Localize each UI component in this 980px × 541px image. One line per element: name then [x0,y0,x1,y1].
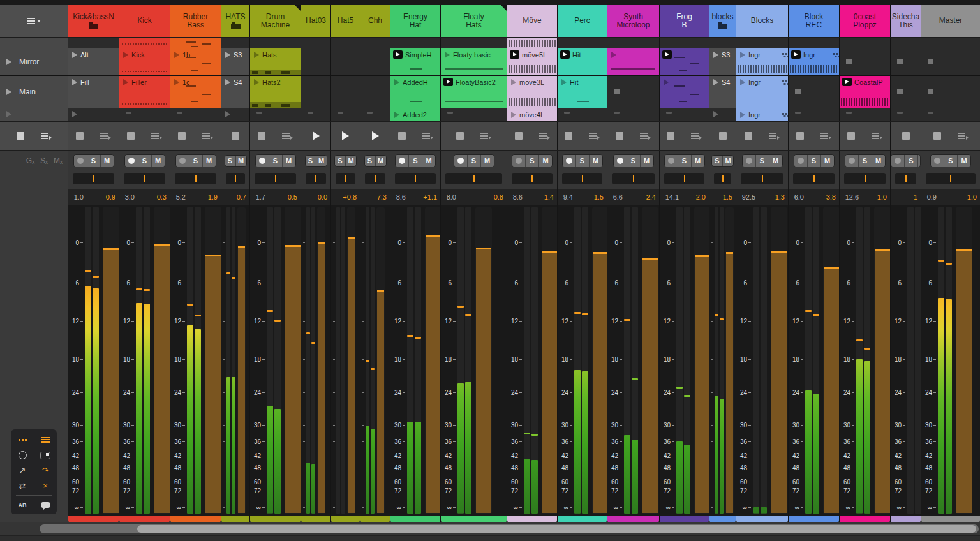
clip-slot[interactable] [840,38,890,48]
pan-slider[interactable] [336,173,355,184]
stop-all-clips-button[interactable] [17,132,24,140]
queue-icon[interactable] [480,133,491,140]
queue-icon[interactable] [872,133,882,140]
clip-slot[interactable]: Ingr [789,48,839,75]
clip-slot[interactable]: möve5L [507,48,557,75]
clip-slot[interactable]: AddedH [390,76,440,108]
sends-arrow-icon[interactable]: ↗ [15,466,29,475]
empty-slot-stop-square[interactable] [928,59,933,64]
track-header-master[interactable]: Master [921,5,980,37]
clip-slot[interactable]: Hit [558,76,607,108]
volume-fader[interactable] [874,207,890,514]
mute-button[interactable]: M [641,155,653,167]
fader-value[interactable]: -2.0 [694,193,706,201]
track-header-frog-b[interactable]: Frog B [660,5,709,37]
global-disable-s[interactable]: Sₓ [40,156,48,165]
pan-slider[interactable] [365,173,385,184]
queue-icon[interactable] [589,133,600,140]
volume-fader[interactable] [154,207,170,514]
clip-slot[interactable] [360,48,390,75]
clip-slot[interactable]: Kick [119,48,170,75]
stop-clips-button[interactable] [745,132,752,140]
mute-button[interactable]: M [422,155,435,167]
clip-slot[interactable] [891,48,921,75]
clip-slot[interactable] [840,108,890,121]
clip-slot[interactable] [607,48,659,75]
pan-slider[interactable] [793,173,835,184]
solo-button[interactable]: S [944,155,958,167]
record-arm-button[interactable] [794,155,808,167]
stop-clips-button[interactable] [178,132,186,140]
clip-slot[interactable] [891,38,921,48]
mute-button[interactable]: M [101,155,114,167]
comment-icon[interactable] [38,500,52,510]
solo-button[interactable]: S [576,155,590,167]
mute-button[interactable]: M [316,156,327,166]
clip-slot[interactable] [921,108,980,121]
solo-button[interactable]: S [712,156,723,166]
stop-clips-button[interactable] [616,132,623,140]
swap-channels-icon[interactable]: ⇄ [15,481,29,491]
mute-button[interactable]: M [236,156,246,166]
clip-slot[interactable] [441,38,507,48]
pan-slider[interactable] [306,173,326,184]
ab-compare-icon[interactable]: AB [15,500,29,510]
record-arm-button[interactable] [176,155,189,167]
playing-clip-button[interactable] [443,78,453,86]
clip-slot[interactable]: Hit [558,48,607,75]
stop-clips-button[interactable] [127,132,135,140]
mute-button[interactable]: M [481,155,494,167]
fader-value[interactable]: -0.8 [491,193,503,201]
track-header-synth-microloop[interactable]: Synth Microloop [607,5,659,37]
volume-fader[interactable] [771,207,787,514]
clip-slot[interactable] [660,48,709,75]
scene-column-header[interactable] [0,5,68,37]
grid-view-icon[interactable] [15,435,29,445]
stop-clips-button[interactable] [76,132,84,140]
fader-value[interactable]: -3.8 [824,193,836,201]
clip-slot[interactable] [789,76,839,108]
solo-button[interactable]: S [526,155,539,167]
clip-slot[interactable] [891,76,921,108]
fader-value[interactable]: -0.7 [234,193,246,201]
pan-slider[interactable] [124,173,165,184]
fader-value[interactable]: +1.1 [423,193,437,201]
solo-button[interactable]: S [189,155,203,167]
clip-slot[interactable] [301,76,330,108]
clip-slot[interactable] [221,108,249,121]
clip-slot[interactable]: Floaty basic [441,48,507,75]
track-header-kick-bassn[interactable]: Kick&bassN [68,5,119,37]
queue-icon[interactable] [282,133,293,140]
playing-clip-button[interactable] [560,50,570,59]
solo-button[interactable]: S [306,156,316,166]
mute-button[interactable]: M [539,155,552,167]
volume-fader[interactable] [956,207,972,514]
stop-clips-button[interactable] [515,132,523,140]
clip-slot[interactable] [441,108,507,121]
volume-fader[interactable] [725,207,734,514]
empty-slot-stop-square[interactable] [846,59,852,64]
track-header-kick[interactable]: Kick [119,5,170,37]
record-arm-button[interactable] [396,155,409,167]
clip-slot[interactable]: möve4L [507,108,557,121]
clip-slot[interactable] [607,76,659,108]
scrollbar-track[interactable] [40,524,979,533]
volume-fader[interactable] [103,207,119,514]
volume-fader[interactable] [475,207,492,514]
solo-button[interactable]: S [808,155,821,167]
stop-clips-button[interactable] [796,132,804,140]
track-header-rubber-bass[interactable]: Rubber Bass [170,5,221,37]
volume-fader[interactable] [237,207,246,514]
clip-slot[interactable]: Filler [119,76,170,108]
pan-slider[interactable] [714,173,731,184]
queue-icon[interactable] [539,133,550,140]
clip-slot[interactable] [170,108,221,121]
clip-slot[interactable]: Added2 [390,108,440,121]
fader-value[interactable]: +0.8 [343,193,357,201]
playing-clip-button[interactable] [662,50,672,59]
clip-slot[interactable] [507,38,557,48]
clip-slot[interactable] [789,38,839,48]
pan-slider[interactable] [445,173,502,184]
stop-clips-button[interactable] [719,132,727,140]
clip-slot[interactable] [921,48,980,75]
